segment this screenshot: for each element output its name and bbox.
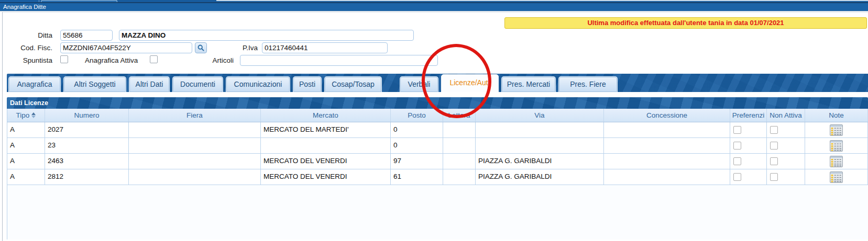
cell-lettera (443, 169, 476, 185)
preferenzi-checkbox[interactable] (733, 142, 741, 150)
tab-licenze-aut[interactable]: Licenze/Aut. (441, 74, 499, 93)
column-header-label: Preferenzi (732, 109, 765, 122)
last-modified-banner: Ultima modifica effettuata dall'utente t… (504, 17, 867, 29)
cell-tipo: A (7, 138, 45, 153)
cell-preferenzi (730, 122, 767, 137)
cell-mercato: MERCATO DEL VENERDI (261, 169, 391, 185)
cell-mercato: MERCATO DEL MARTEDI' (261, 122, 391, 137)
note-icon[interactable] (830, 124, 843, 136)
cell-numero: 2463 (45, 154, 129, 169)
tab-documenti[interactable]: Documenti (172, 76, 223, 92)
table-row[interactable]: A230 (7, 138, 868, 154)
articoli-field[interactable] (240, 55, 438, 66)
cell-note (805, 138, 868, 153)
ditta-label: Ditta (16, 31, 52, 39)
ditta-code-field[interactable] (60, 30, 113, 41)
section-title: Dati Licenze (10, 99, 48, 107)
column-header-label: Note (829, 109, 844, 122)
cell-non_attiva (767, 154, 805, 169)
cell-via (476, 122, 604, 137)
column-header-label: Fiera (186, 109, 203, 122)
spuntista-checkbox[interactable] (60, 55, 68, 63)
note-icon[interactable] (830, 140, 843, 152)
panel-border (2, 12, 868, 13)
cell-note (805, 122, 868, 137)
column-header-posto[interactable]: Posto (391, 109, 443, 122)
column-header-label: Concessione (646, 109, 687, 122)
note-icon[interactable] (830, 156, 843, 167)
table-row[interactable]: A2027MERCATO DEL MARTEDI'0 (7, 122, 868, 138)
piva-field[interactable] (262, 42, 388, 53)
column-header-label: Numero (74, 109, 99, 122)
non-attiva-checkbox[interactable] (770, 126, 778, 134)
last-modified-text: Ultima modifica effettuata dall'utente t… (587, 19, 784, 27)
cell-note (805, 154, 868, 169)
cell-concessione (604, 138, 730, 153)
cell-lettera (443, 154, 476, 169)
window-title-bar: Anagrafica Ditte (0, 3, 868, 11)
non-attiva-checkbox[interactable] (770, 157, 778, 165)
tab-pres-mercati[interactable]: Pres. Mercati (501, 76, 556, 92)
column-header-label: Non Attiva (770, 109, 802, 122)
cell-preferenzi (730, 169, 767, 185)
cell-posto: 61 (391, 169, 443, 185)
licenze-table: TipoNumeroFieraMercatoPostoLetteraViaCon… (7, 109, 868, 239)
tab-cosap-tosap[interactable]: Cosap/Tosap (324, 76, 382, 92)
cell-mercato: MERCATO DEL VENERDI (261, 154, 391, 169)
ditta-name-field[interactable] (119, 30, 414, 41)
anagrafica-attiva-label: Anagrafica Attiva (85, 56, 146, 64)
tab-altri-dati[interactable]: Altri Dati (129, 76, 170, 92)
section-header: Dati Licenze (7, 97, 868, 109)
table-body: A2027MERCATO DEL MARTEDI'0 (7, 122, 868, 185)
cell-mercato (261, 138, 391, 153)
tab-verbali[interactable]: Verbali (400, 76, 438, 92)
cell-non_attiva (767, 169, 805, 185)
cell-posto: 0 (391, 138, 443, 153)
cell-tipo: A (7, 122, 45, 137)
column-header-mercato[interactable]: Mercato (261, 109, 391, 122)
cell-lettera (443, 138, 476, 153)
divider (0, 11, 868, 12)
tab-altri-soggetti[interactable]: Altri Soggetti (63, 76, 126, 92)
column-header-label: Lettera (448, 109, 470, 122)
search-icon (197, 44, 204, 51)
cell-non_attiva (767, 138, 805, 153)
tab-comunicazioni[interactable]: Comunicazioni (226, 76, 290, 92)
tab-posti[interactable]: Posti (293, 76, 322, 92)
anagrafica-attiva-checkbox[interactable] (150, 55, 158, 63)
cod-fisc-field[interactable] (60, 42, 192, 53)
preferenzi-checkbox[interactable] (733, 173, 741, 181)
column-header-label: Via (534, 109, 544, 122)
cell-numero: 23 (45, 138, 129, 153)
column-header-fiera[interactable]: Fiera (129, 109, 261, 122)
table-row[interactable]: A2463MERCATO DEL VENERDI97PIAZZA G. GARI… (7, 154, 868, 169)
column-header-note[interactable]: Note (805, 109, 868, 122)
cell-concessione (604, 169, 730, 185)
column-header-non-attiva[interactable]: Non Attiva (767, 109, 805, 122)
cell-fiera (129, 138, 261, 153)
cell-posto: 0 (391, 122, 443, 137)
column-header-preferenzi[interactable]: Preferenzi (730, 109, 767, 122)
column-header-concessione[interactable]: Concessione (604, 109, 730, 122)
preferenzi-checkbox[interactable] (733, 126, 741, 134)
table-header-row: TipoNumeroFieraMercatoPostoLetteraViaCon… (7, 109, 868, 122)
cell-fiera (129, 169, 261, 185)
non-attiva-checkbox[interactable] (770, 173, 778, 181)
column-header-numero[interactable]: Numero (45, 109, 129, 122)
column-header-via[interactable]: Via (476, 109, 604, 122)
spuntista-label: Spuntista (16, 56, 52, 64)
search-button[interactable] (195, 42, 207, 53)
preferenzi-checkbox[interactable] (733, 157, 741, 165)
column-header-label: Mercato (313, 109, 338, 122)
cell-via: PIAZZA G. GARIBALDI (476, 169, 604, 185)
table-row[interactable]: A2812MERCATO DEL VENERDI61PIAZZA G. GARI… (7, 169, 868, 185)
tab-pres-fiere[interactable]: Pres. Fiere (558, 76, 618, 92)
column-header-lettera[interactable]: Lettera (443, 109, 476, 122)
note-icon[interactable] (830, 171, 843, 183)
sort-icon[interactable] (31, 112, 36, 118)
non-attiva-checkbox[interactable] (770, 142, 778, 150)
tab-anagrafica[interactable]: Anagrafica (8, 76, 61, 92)
cell-numero: 2027 (45, 122, 129, 137)
column-header-tipo[interactable]: Tipo (7, 109, 45, 122)
cell-tipo: A (7, 154, 45, 169)
